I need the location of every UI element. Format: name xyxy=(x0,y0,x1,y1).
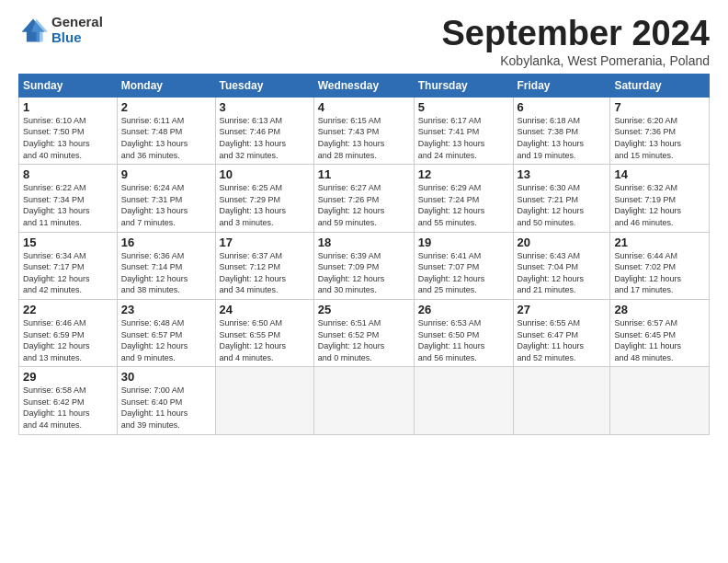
table-row: 13Sunrise: 6:30 AMSunset: 7:21 PMDayligh… xyxy=(513,165,610,232)
day-info: Sunrise: 6:24 AMSunset: 7:31 PMDaylight:… xyxy=(121,182,211,228)
day-info: Sunrise: 6:39 AMSunset: 7:09 PMDaylight:… xyxy=(318,250,410,296)
table-row: 29Sunrise: 6:58 AMSunset: 6:42 PMDayligh… xyxy=(19,367,118,434)
table-row: 28Sunrise: 6:57 AMSunset: 6:45 PMDayligh… xyxy=(610,299,710,366)
day-number: 9 xyxy=(121,167,211,181)
title-block: September 2024 Kobylanka, West Pomerania… xyxy=(442,15,711,68)
table-row xyxy=(414,367,513,434)
calendar-header-row: Sunday Monday Tuesday Wednesday Thursday… xyxy=(19,74,710,97)
day-info: Sunrise: 6:41 AMSunset: 7:07 PMDaylight:… xyxy=(418,250,509,296)
day-number: 8 xyxy=(23,167,113,181)
day-number: 23 xyxy=(121,303,211,316)
day-info: Sunrise: 6:13 AMSunset: 7:46 PMDaylight:… xyxy=(220,115,310,161)
day-number: 7 xyxy=(614,100,705,114)
day-info: Sunrise: 6:15 AMSunset: 7:43 PMDaylight:… xyxy=(318,115,410,161)
month-title: September 2024 xyxy=(442,15,711,53)
col-friday: Friday xyxy=(513,74,610,97)
table-row: 21Sunrise: 6:44 AMSunset: 7:02 PMDayligh… xyxy=(610,232,710,299)
col-saturday: Saturday xyxy=(610,74,710,97)
day-info: Sunrise: 6:10 AMSunset: 7:50 PMDaylight:… xyxy=(23,115,113,161)
day-number: 1 xyxy=(23,100,113,114)
day-number: 20 xyxy=(518,236,607,249)
day-number: 11 xyxy=(318,167,410,181)
table-row: 10Sunrise: 6:25 AMSunset: 7:29 PMDayligh… xyxy=(215,165,313,232)
day-info: Sunrise: 6:44 AMSunset: 7:02 PMDaylight:… xyxy=(614,250,705,296)
week-row: 8Sunrise: 6:22 AMSunset: 7:34 PMDaylight… xyxy=(19,165,710,232)
day-number: 4 xyxy=(318,100,410,114)
day-number: 26 xyxy=(418,303,509,316)
day-info: Sunrise: 6:22 AMSunset: 7:34 PMDaylight:… xyxy=(23,182,113,228)
table-row: 3Sunrise: 6:13 AMSunset: 7:46 PMDaylight… xyxy=(215,97,313,164)
day-info: Sunrise: 6:51 AMSunset: 6:52 PMDaylight:… xyxy=(318,317,410,363)
day-info: Sunrise: 6:37 AMSunset: 7:12 PMDaylight:… xyxy=(220,250,310,296)
day-number: 16 xyxy=(121,236,211,249)
day-number: 5 xyxy=(418,100,509,114)
table-row: 6Sunrise: 6:18 AMSunset: 7:38 PMDaylight… xyxy=(513,97,610,164)
subtitle: Kobylanka, West Pomerania, Poland xyxy=(442,53,711,68)
day-number: 14 xyxy=(614,167,705,181)
table-row xyxy=(313,367,414,434)
day-info: Sunrise: 6:58 AMSunset: 6:42 PMDaylight:… xyxy=(23,385,113,431)
table-row: 12Sunrise: 6:29 AMSunset: 7:24 PMDayligh… xyxy=(414,165,513,232)
table-row: 4Sunrise: 6:15 AMSunset: 7:43 PMDaylight… xyxy=(313,97,414,164)
calendar: Sunday Monday Tuesday Wednesday Thursday… xyxy=(18,74,710,435)
week-row: 15Sunrise: 6:34 AMSunset: 7:17 PMDayligh… xyxy=(19,232,710,299)
week-row: 29Sunrise: 6:58 AMSunset: 6:42 PMDayligh… xyxy=(19,367,710,434)
day-info: Sunrise: 6:53 AMSunset: 6:50 PMDaylight:… xyxy=(418,317,509,363)
day-number: 17 xyxy=(220,236,310,249)
day-number: 29 xyxy=(23,370,113,384)
table-row: 7Sunrise: 6:20 AMSunset: 7:36 PMDaylight… xyxy=(610,97,710,164)
col-thursday: Thursday xyxy=(414,74,513,97)
day-info: Sunrise: 6:50 AMSunset: 6:55 PMDaylight:… xyxy=(220,317,310,363)
col-wednesday: Wednesday xyxy=(313,74,414,97)
day-number: 2 xyxy=(121,100,211,114)
day-number: 22 xyxy=(23,303,113,316)
col-monday: Monday xyxy=(117,74,215,97)
table-row: 15Sunrise: 6:34 AMSunset: 7:17 PMDayligh… xyxy=(19,232,118,299)
day-info: Sunrise: 6:46 AMSunset: 6:59 PMDaylight:… xyxy=(23,317,113,363)
header: General Blue September 2024 Kobylanka, W… xyxy=(18,15,710,68)
day-number: 30 xyxy=(121,370,211,384)
day-info: Sunrise: 6:34 AMSunset: 7:17 PMDaylight:… xyxy=(23,250,113,296)
day-info: Sunrise: 7:00 AMSunset: 6:40 PMDaylight:… xyxy=(121,385,211,431)
table-row: 20Sunrise: 6:43 AMSunset: 7:04 PMDayligh… xyxy=(513,232,610,299)
day-info: Sunrise: 6:36 AMSunset: 7:14 PMDaylight:… xyxy=(121,250,211,296)
day-number: 27 xyxy=(518,303,607,316)
day-number: 3 xyxy=(220,100,310,114)
day-info: Sunrise: 6:20 AMSunset: 7:36 PMDaylight:… xyxy=(614,115,705,161)
day-number: 12 xyxy=(418,167,509,181)
table-row: 5Sunrise: 6:17 AMSunset: 7:41 PMDaylight… xyxy=(414,97,513,164)
day-info: Sunrise: 6:18 AMSunset: 7:38 PMDaylight:… xyxy=(518,115,607,161)
day-info: Sunrise: 6:30 AMSunset: 7:21 PMDaylight:… xyxy=(518,182,607,228)
table-row: 11Sunrise: 6:27 AMSunset: 7:26 PMDayligh… xyxy=(313,165,414,232)
day-info: Sunrise: 6:48 AMSunset: 6:57 PMDaylight:… xyxy=(121,317,211,363)
table-row xyxy=(610,367,710,434)
logo-blue: Blue xyxy=(51,30,103,46)
table-row: 27Sunrise: 6:55 AMSunset: 6:47 PMDayligh… xyxy=(513,299,610,366)
table-row: 30Sunrise: 7:00 AMSunset: 6:40 PMDayligh… xyxy=(117,367,215,434)
logo-general: General xyxy=(51,15,103,30)
table-row: 16Sunrise: 6:36 AMSunset: 7:14 PMDayligh… xyxy=(117,232,215,299)
day-number: 25 xyxy=(318,303,410,316)
logo-icon xyxy=(18,16,48,45)
day-info: Sunrise: 6:43 AMSunset: 7:04 PMDaylight:… xyxy=(518,250,607,296)
day-info: Sunrise: 6:55 AMSunset: 6:47 PMDaylight:… xyxy=(518,317,607,363)
day-info: Sunrise: 6:11 AMSunset: 7:48 PMDaylight:… xyxy=(121,115,211,161)
col-tuesday: Tuesday xyxy=(215,74,313,97)
week-row: 22Sunrise: 6:46 AMSunset: 6:59 PMDayligh… xyxy=(19,299,710,366)
day-number: 10 xyxy=(220,167,310,181)
day-info: Sunrise: 6:17 AMSunset: 7:41 PMDaylight:… xyxy=(418,115,509,161)
day-number: 19 xyxy=(418,236,509,249)
logo: General Blue xyxy=(18,15,103,45)
table-row: 26Sunrise: 6:53 AMSunset: 6:50 PMDayligh… xyxy=(414,299,513,366)
table-row: 1Sunrise: 6:10 AMSunset: 7:50 PMDaylight… xyxy=(19,97,118,164)
day-number: 28 xyxy=(614,303,705,316)
col-sunday: Sunday xyxy=(19,74,118,97)
table-row xyxy=(513,367,610,434)
table-row: 22Sunrise: 6:46 AMSunset: 6:59 PMDayligh… xyxy=(19,299,118,366)
day-info: Sunrise: 6:57 AMSunset: 6:45 PMDaylight:… xyxy=(614,317,705,363)
table-row: 25Sunrise: 6:51 AMSunset: 6:52 PMDayligh… xyxy=(313,299,414,366)
day-number: 15 xyxy=(23,236,113,249)
day-number: 24 xyxy=(220,303,310,316)
table-row: 17Sunrise: 6:37 AMSunset: 7:12 PMDayligh… xyxy=(215,232,313,299)
table-row: 19Sunrise: 6:41 AMSunset: 7:07 PMDayligh… xyxy=(414,232,513,299)
